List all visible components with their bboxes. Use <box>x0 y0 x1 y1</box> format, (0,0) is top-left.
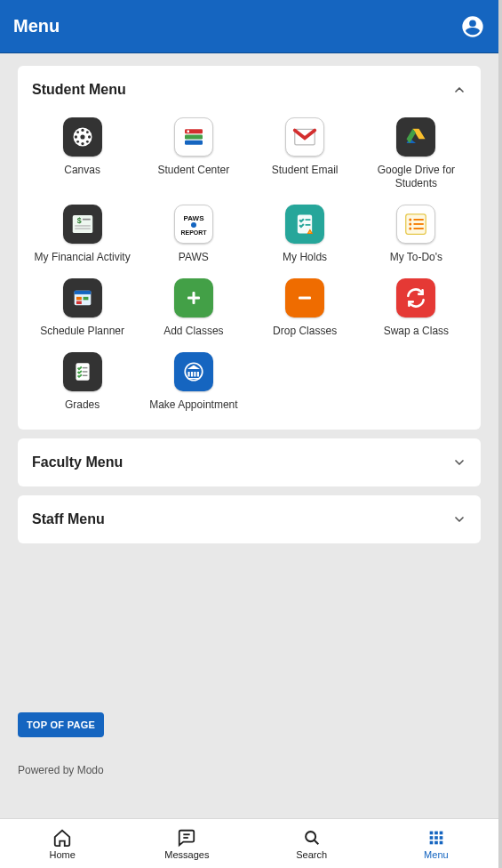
app-label: Schedule Planner <box>40 325 124 338</box>
svg-rect-19 <box>75 228 91 229</box>
student-apps-grid: Canvas Student Center Student Email <box>18 114 481 430</box>
plus-icon <box>174 278 213 317</box>
svg-point-2 <box>81 129 84 132</box>
svg-rect-30 <box>414 219 424 221</box>
app-schedule-planner[interactable]: Schedule Planner <box>27 278 138 338</box>
svg-rect-25 <box>306 224 311 226</box>
svg-point-21 <box>191 222 196 228</box>
svg-rect-13 <box>187 131 189 133</box>
institution-icon <box>174 352 213 391</box>
app-label: Make Appointment <box>149 398 237 412</box>
svg-point-9 <box>86 141 89 143</box>
minus-icon <box>285 278 324 317</box>
staff-menu-panel: Staff Menu <box>18 495 481 543</box>
bottom-nav: Home Messages Search Menu <box>0 818 498 868</box>
app-student-center[interactable]: Student Center <box>138 117 249 190</box>
svg-rect-34 <box>74 291 91 294</box>
staff-menu-toggle[interactable]: Staff Menu <box>18 495 481 543</box>
chevron-up-icon <box>452 83 466 97</box>
app-header: Menu <box>0 0 498 53</box>
nav-menu[interactable]: Menu <box>374 819 498 868</box>
app-my-todos[interactable]: My To-Do's <box>361 205 472 264</box>
svg-rect-36 <box>83 297 88 301</box>
swap-icon <box>396 278 435 317</box>
app-grades[interactable]: Grades <box>27 352 138 412</box>
svg-rect-57 <box>434 840 438 844</box>
student-menu-toggle[interactable]: Student Menu <box>18 66 481 114</box>
svg-rect-53 <box>430 836 434 840</box>
svg-rect-50 <box>430 831 434 834</box>
svg-rect-55 <box>440 836 443 840</box>
app-label: My Financial Activity <box>35 251 131 264</box>
top-of-page-button[interactable]: TOP OF PAGE <box>18 712 104 737</box>
nav-messages[interactable]: Messages <box>124 819 249 868</box>
powered-by-text: Powered by Modo <box>18 764 481 776</box>
canvas-icon <box>63 117 102 157</box>
svg-rect-15 <box>72 215 92 233</box>
app-label: Drop Classes <box>273 325 337 338</box>
svg-rect-52 <box>440 831 443 834</box>
app-label: My Holds <box>283 251 327 264</box>
home-icon <box>52 828 72 848</box>
schedule-icon <box>63 278 102 317</box>
svg-rect-24 <box>306 219 311 221</box>
app-label: Swap a Class <box>384 325 449 338</box>
nav-home[interactable]: Home <box>0 819 124 868</box>
svg-point-7 <box>86 131 89 133</box>
student-menu-title: Student Menu <box>32 82 126 98</box>
page-content[interactable]: Student Menu Canvas Student Center <box>0 53 498 818</box>
app-drop-classes[interactable]: Drop Classes <box>250 278 361 338</box>
app-swap-class[interactable]: Swap a Class <box>361 278 472 338</box>
app-add-classes[interactable]: Add Classes <box>138 278 249 338</box>
svg-line-49 <box>314 840 318 844</box>
nav-label: Search <box>296 849 327 860</box>
app-label: Canvas <box>64 164 100 177</box>
app-label: Add Classes <box>163 325 223 338</box>
svg-rect-39 <box>187 297 200 300</box>
nav-label: Menu <box>424 849 449 860</box>
messages-icon <box>177 828 196 848</box>
faculty-menu-panel: Faculty Menu <box>18 438 481 486</box>
svg-rect-42 <box>83 367 87 368</box>
app-student-email[interactable]: Student Email <box>250 117 361 190</box>
svg-point-1 <box>80 134 84 139</box>
student-menu-panel: Student Menu Canvas Student Center <box>18 66 481 430</box>
nav-search[interactable]: Search <box>250 819 374 868</box>
app-label: PAWS <box>179 251 209 264</box>
app-canvas[interactable]: Canvas <box>27 117 138 190</box>
svg-rect-18 <box>75 225 91 226</box>
nav-label: Messages <box>164 849 209 860</box>
paws-report-icon: PAWSREPORT <box>174 205 213 244</box>
app-my-holds[interactable]: My Holds <box>250 205 361 264</box>
app-google-drive[interactable]: Google Drive for Students <box>361 117 472 190</box>
page-title: Menu <box>13 16 60 36</box>
nav-label: Home <box>49 849 75 860</box>
svg-text:PAWS: PAWS <box>183 214 204 222</box>
chevron-down-icon <box>452 455 466 470</box>
faculty-menu-title: Faculty Menu <box>32 454 123 470</box>
account-circle-icon[interactable] <box>460 14 485 39</box>
faculty-menu-toggle[interactable]: Faculty Menu <box>18 438 481 486</box>
apps-grid-icon <box>426 828 446 848</box>
svg-point-27 <box>410 219 412 221</box>
svg-rect-11 <box>185 135 203 140</box>
search-icon <box>302 828 322 848</box>
svg-rect-54 <box>434 836 438 840</box>
books-icon <box>174 117 213 157</box>
app-make-appointment[interactable]: Make Appointment <box>138 352 249 412</box>
staff-menu-title: Staff Menu <box>32 511 105 527</box>
svg-rect-56 <box>430 840 434 844</box>
app-paws[interactable]: PAWSREPORT PAWS <box>138 205 249 264</box>
svg-point-8 <box>76 141 79 143</box>
svg-text:REPORT: REPORT <box>180 229 207 236</box>
svg-point-29 <box>410 228 412 230</box>
svg-rect-12 <box>185 141 203 145</box>
svg-rect-17 <box>83 219 91 221</box>
app-label: My To-Do's <box>390 251 442 264</box>
app-label: Grades <box>65 398 100 412</box>
financial-icon: $ <box>63 205 102 244</box>
svg-rect-43 <box>83 371 87 372</box>
grades-checklist-icon <box>63 352 102 391</box>
app-my-financial-activity[interactable]: $ My Financial Activity <box>27 205 138 264</box>
scrollbar[interactable] <box>498 0 502 868</box>
